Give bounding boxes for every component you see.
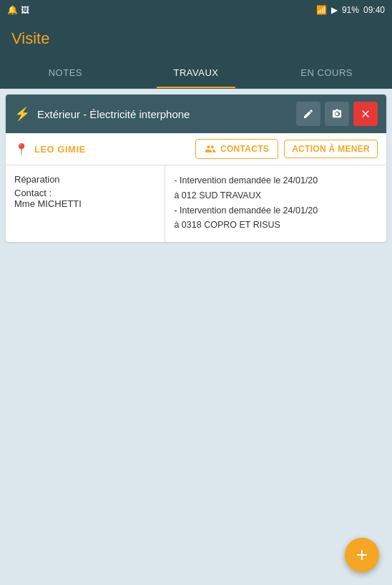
content-area: ⚡ Extérieur - Électricité interphone bbox=[0, 89, 392, 585]
contact-name: Mme MICHETTI bbox=[14, 198, 156, 209]
details-area: Réparation Contact : Mme MICHETTI - Inte… bbox=[6, 165, 386, 242]
notification-icon: 🔔 bbox=[7, 5, 18, 15]
task-header: ⚡ Extérieur - Électricité interphone bbox=[6, 95, 386, 133]
contacts-label: CONTACTS bbox=[220, 144, 269, 154]
signal-icon: 📶 bbox=[316, 5, 327, 15]
intervention-4: à 0318 COPRO ET RISUS bbox=[174, 218, 378, 232]
camera-button[interactable] bbox=[325, 102, 349, 126]
intervention-1: - Intervention demandée le 24/01/20 bbox=[174, 174, 378, 188]
image-icon: 🖼 bbox=[21, 5, 29, 15]
intervention-3: - Intervention demandée le 24/01/20 bbox=[174, 204, 378, 218]
tab-bar: NOTES TRAVAUX EN COURS bbox=[0, 57, 392, 89]
task-type-icon: ⚡ bbox=[14, 106, 30, 122]
clock: 09:40 bbox=[363, 5, 385, 15]
location-pin-icon: 📍 bbox=[14, 142, 29, 156]
status-bar-left: 🔔 🖼 bbox=[7, 5, 316, 15]
tab-notes[interactable]: NOTES bbox=[0, 57, 131, 88]
main-content: ⚡ Extérieur - Électricité interphone bbox=[0, 89, 392, 585]
wifi-icon: ▶ bbox=[331, 5, 338, 15]
battery-level: 91% bbox=[342, 5, 359, 15]
status-bar-right: 📶 ▶ 91% 09:40 bbox=[316, 5, 385, 15]
task-actions bbox=[296, 102, 378, 126]
intervention-2: à 012 SUD TRAVAUX bbox=[174, 189, 378, 203]
action-mener-button[interactable]: ACTION À MENER bbox=[284, 140, 378, 158]
location-row: 📍 LEO GIMIE CONTACTS ACTION À MENER bbox=[6, 133, 386, 165]
app-title: Visite bbox=[11, 29, 49, 48]
repair-type: Réparation bbox=[14, 174, 156, 185]
contacts-button[interactable]: CONTACTS bbox=[195, 139, 278, 159]
task-title: Extérieur - Électricité interphone bbox=[37, 108, 289, 120]
edit-button[interactable] bbox=[296, 102, 320, 126]
tab-en-cours[interactable]: EN COURS bbox=[261, 57, 392, 88]
location-name: LEO GIMIE bbox=[34, 144, 190, 155]
app-header: Visite bbox=[0, 20, 392, 57]
action-mener-label: ACTION À MENER bbox=[292, 144, 370, 154]
details-left: Réparation Contact : Mme MICHETTI bbox=[6, 165, 165, 242]
status-bar: 🔔 🖼 📶 ▶ 91% 09:40 bbox=[0, 0, 392, 20]
close-button[interactable] bbox=[353, 102, 378, 126]
task-card: ⚡ Extérieur - Électricité interphone bbox=[6, 95, 386, 242]
details-right: - Intervention demandée le 24/01/20 à 01… bbox=[165, 165, 386, 242]
contact-prefix: Contact : bbox=[14, 188, 156, 198]
add-fab-button[interactable]: + bbox=[345, 538, 379, 572]
tab-travaux[interactable]: TRAVAUX bbox=[131, 57, 262, 88]
